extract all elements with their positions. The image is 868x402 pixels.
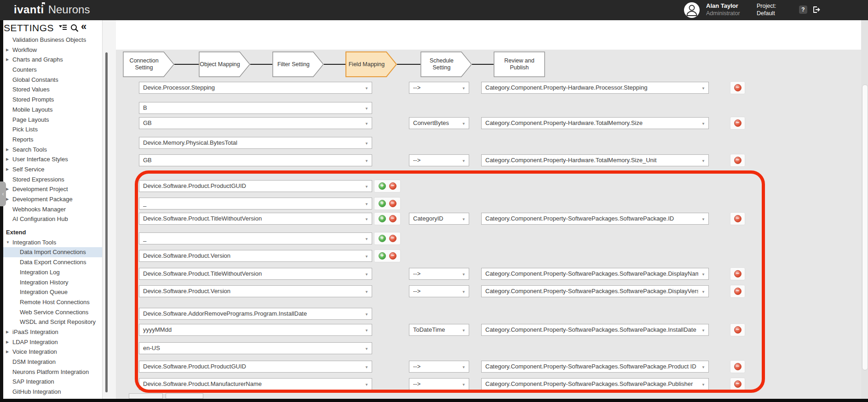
remove-row-icon[interactable]: − xyxy=(389,215,397,222)
dropdown-caret-icon: ▼ xyxy=(701,365,705,369)
row-delete-control: − xyxy=(730,378,745,390)
source-field-dropdown[interactable]: Device.Software.Product.Version▼ xyxy=(139,250,372,262)
project-value[interactable]: Default xyxy=(757,10,776,17)
sidebar-item-validation-business-objects[interactable]: Validation Business Objects xyxy=(3,35,102,45)
dropdown-value: _ xyxy=(143,233,362,244)
collapse-sidebar-icon[interactable]: « xyxy=(81,21,86,33)
add-row-icon[interactable]: + xyxy=(379,182,386,190)
logo-ivanti: ivanti xyxy=(14,3,44,16)
dropdown-value: Device.Software.Product.TitleWithoutVers… xyxy=(143,268,362,279)
target-field-dropdown[interactable]: Category.Component.Property-SoftwarePack… xyxy=(481,268,709,280)
workflow-step-review-and-publish[interactable]: Review and Publish xyxy=(494,51,545,77)
dropdown-caret-icon: ▼ xyxy=(701,122,705,126)
remove-row-icon[interactable]: − xyxy=(389,182,397,190)
partial-button[interactable] xyxy=(166,393,203,399)
source-field-dropdown[interactable]: Device.Software.Product.ProductGUID▼ xyxy=(139,180,372,192)
row-add-remove-controls: +− xyxy=(374,213,400,225)
dropdown-value: CategoryID xyxy=(413,213,459,224)
transform-dropdown[interactable]: ToDateTime▼ xyxy=(409,324,469,336)
transform-dropdown[interactable]: -->▼ xyxy=(409,154,469,166)
remove-row-icon[interactable]: − xyxy=(734,270,742,277)
sidebar-item-remote-host-connections[interactable]: Remote Host Connections xyxy=(3,297,102,307)
source-field-dropdown[interactable]: Device.Software.Product.TitleWithoutVers… xyxy=(139,213,372,225)
dropdown-value: --> xyxy=(413,268,459,279)
tree-view-icon[interactable] xyxy=(59,24,67,33)
target-field-dropdown[interactable]: Category.Component.Property-Hardware.Tot… xyxy=(481,154,709,166)
source-field-dropdown[interactable]: GB▼ xyxy=(139,154,372,166)
workflow-step-connection-setting[interactable]: Connection Setting xyxy=(123,51,174,77)
partial-button[interactable] xyxy=(129,393,163,399)
chevron-right-icon[interactable]: ▶ xyxy=(6,55,11,65)
remove-row-icon[interactable]: − xyxy=(734,119,742,127)
workflow-step-object-mapping[interactable]: Object Mapping xyxy=(199,51,250,77)
source-field-dropdown[interactable]: _▼ xyxy=(139,198,372,209)
workflow-step-schedule-setting[interactable]: Schedule Setting xyxy=(420,51,472,77)
source-field-dropdown[interactable]: Device.Processor.Stepping▼ xyxy=(139,82,372,94)
remove-row-icon[interactable]: − xyxy=(734,157,742,164)
source-field-dropdown[interactable]: Device.Software.Product.ProductGUID▼ xyxy=(139,361,372,373)
row-add-remove-controls: +− xyxy=(374,232,400,244)
logo-neurons: Neurons xyxy=(48,3,90,16)
dropdown-caret-icon: ▼ xyxy=(701,328,705,333)
dropdown-caret-icon: ▼ xyxy=(701,217,705,221)
source-field-dropdown[interactable]: B▼ xyxy=(139,102,372,114)
help-icon[interactable]: ? xyxy=(799,6,807,14)
source-field-dropdown[interactable]: yyyyMMdd▼ xyxy=(139,324,372,336)
source-field-dropdown[interactable]: Device.Software.Product.ManufacturerName… xyxy=(139,378,372,390)
remove-row-icon[interactable]: − xyxy=(734,363,742,370)
remove-row-icon[interactable]: − xyxy=(734,326,742,334)
transform-dropdown[interactable]: -->▼ xyxy=(409,82,469,94)
transform-dropdown[interactable]: CategoryID▼ xyxy=(409,213,469,225)
sidebar-item-label: Counters xyxy=(12,65,37,75)
remove-row-icon[interactable]: − xyxy=(389,252,397,260)
remove-row-icon[interactable]: − xyxy=(734,288,742,295)
transform-dropdown[interactable]: -->▼ xyxy=(409,361,469,373)
dropdown-value: Device.Software.Product.ManufacturerName xyxy=(143,379,362,390)
search-icon[interactable] xyxy=(70,24,79,34)
transform-dropdown[interactable]: ConvertBytes▼ xyxy=(409,117,469,129)
dropdown-caret-icon: ▼ xyxy=(365,86,368,91)
dropdown-value: Category.Component.Property-SoftwarePack… xyxy=(485,324,698,335)
source-field-dropdown[interactable]: Device.Software.AddorRemovePrograms.Prog… xyxy=(139,308,372,320)
sidebar-item-charts-and-graphs[interactable]: ▶Charts and Graphs xyxy=(3,55,102,65)
source-field-dropdown[interactable]: en-US▼ xyxy=(139,342,372,354)
workflow-step-filter-setting[interactable]: Filter Setting xyxy=(272,51,324,77)
target-field-dropdown[interactable]: Category.Component.Property-SoftwarePack… xyxy=(481,213,709,225)
add-row-icon[interactable]: + xyxy=(379,235,386,242)
remove-row-icon[interactable]: − xyxy=(734,84,742,91)
dropdown-value: Device.Memory.Physical.BytesTotal xyxy=(143,137,362,148)
chevron-right-icon[interactable]: ▶ xyxy=(6,45,11,55)
remove-row-icon[interactable]: − xyxy=(734,380,742,388)
user-avatar[interactable] xyxy=(684,2,700,18)
source-field-dropdown[interactable]: GB▼ xyxy=(139,117,372,129)
transform-dropdown[interactable]: -->▼ xyxy=(409,378,469,390)
workflow-step-field-mapping[interactable]: Field Mapping xyxy=(345,51,397,77)
target-field-dropdown[interactable]: Category.Component.Property-Hardware.Tot… xyxy=(481,117,709,129)
target-field-dropdown[interactable]: Category.Component.Property-SoftwarePack… xyxy=(481,378,709,390)
remove-row-icon[interactable]: − xyxy=(734,215,742,222)
source-field-dropdown[interactable]: Device.Memory.Physical.BytesTotal▼ xyxy=(139,137,372,149)
remove-row-icon[interactable]: − xyxy=(389,235,397,242)
dropdown-value: --> xyxy=(413,82,459,93)
target-field-dropdown[interactable]: Category.Component.Property-SoftwarePack… xyxy=(481,324,709,336)
logout-icon[interactable] xyxy=(812,6,820,14)
dropdown-value: en-US xyxy=(143,343,362,354)
transform-dropdown[interactable]: -->▼ xyxy=(409,285,469,297)
target-field-dropdown[interactable]: Category.Component.Property-SoftwarePack… xyxy=(481,361,709,373)
transform-dropdown[interactable]: -->▼ xyxy=(409,268,469,280)
sidebar-item-workflow[interactable]: ▶Workflow xyxy=(3,45,102,55)
source-field-dropdown[interactable]: Device.Software.Product.Version▼ xyxy=(139,285,372,297)
add-row-icon[interactable]: + xyxy=(379,200,386,207)
add-row-icon[interactable]: + xyxy=(379,252,386,260)
dropdown-caret-icon: ▼ xyxy=(462,290,466,294)
main-scrollbar-thumb[interactable] xyxy=(862,85,868,370)
dropdown-value: ToDateTime xyxy=(413,324,459,335)
target-field-dropdown[interactable]: Category.Component.Property-SoftwarePack… xyxy=(481,285,709,297)
source-field-dropdown[interactable]: _▼ xyxy=(139,232,372,244)
target-field-dropdown[interactable]: Category.Component.Property-Hardware.Pro… xyxy=(481,82,709,94)
remove-row-icon[interactable]: − xyxy=(389,200,397,207)
sidebar-item-counters[interactable]: Counters xyxy=(3,65,102,75)
dropdown-caret-icon: ▼ xyxy=(462,383,466,387)
add-row-icon[interactable]: + xyxy=(379,215,386,222)
source-field-dropdown[interactable]: Device.Software.Product.TitleWithoutVers… xyxy=(139,268,372,280)
